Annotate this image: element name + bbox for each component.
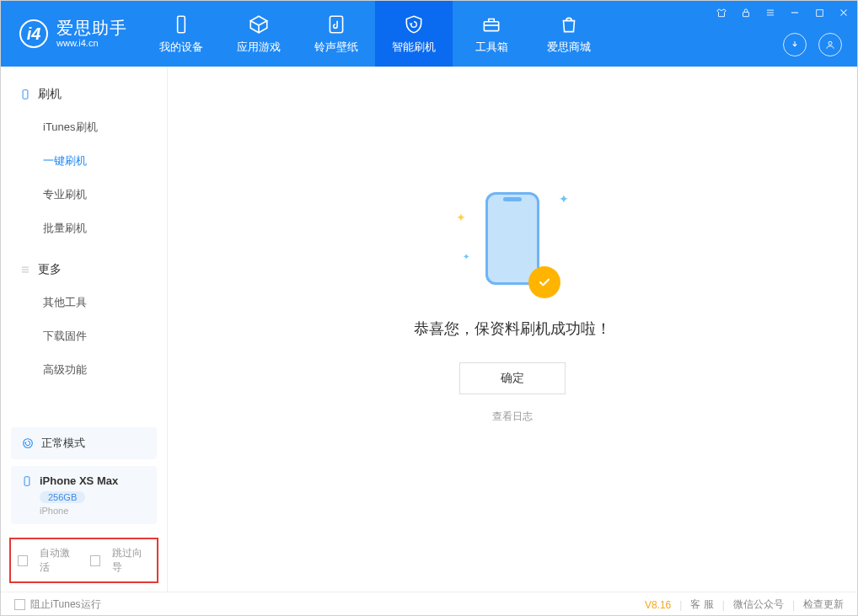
user-button[interactable]: [818, 33, 842, 56]
skip-guide-checkbox[interactable]: [90, 555, 100, 566]
menu-icon[interactable]: [764, 6, 777, 19]
auto-activate-checkbox[interactable]: [18, 555, 28, 566]
version-label: V8.16: [645, 599, 671, 611]
maximize-icon[interactable]: [812, 6, 826, 19]
sidebar-item-pro-flash[interactable]: 专业刷机: [1, 178, 167, 212]
logo[interactable]: i4 爱思助手 www.i4.cn: [1, 1, 142, 67]
skip-guide-label: 跳过向导: [112, 546, 150, 575]
device-name-label: iPhone XS Max: [40, 474, 118, 487]
sidebar-item-other-tools[interactable]: 其他工具: [1, 286, 167, 319]
window-controls: [715, 6, 850, 19]
svg-rect-8: [24, 476, 29, 485]
tab-ringtones-wallpapers[interactable]: 铃声壁纸: [298, 1, 375, 67]
success-message: 恭喜您，保资料刷机成功啦！: [414, 319, 611, 339]
download-button[interactable]: [783, 33, 807, 56]
mode-box[interactable]: 正常模式: [11, 427, 157, 459]
toolbox-icon: [480, 13, 502, 35]
sidebar-group-more: 更多: [1, 254, 167, 286]
device-box[interactable]: iPhone XS Max 256GB iPhone: [11, 466, 157, 524]
svg-rect-1: [330, 16, 342, 33]
block-itunes-checkbox[interactable]: [14, 599, 25, 610]
mode-label: 正常模式: [41, 436, 85, 451]
bag-icon: [558, 13, 580, 35]
sidebar-item-batch-flash[interactable]: 批量刷机: [1, 212, 167, 245]
svg-rect-0: [178, 16, 185, 33]
footer: 阻止iTunes运行 V8.16 | 客 服 | 微信公众号 | 检查更新: [1, 592, 857, 616]
svg-rect-2: [484, 21, 498, 30]
header-actions: [783, 33, 842, 56]
check-badge-icon: [528, 266, 560, 298]
music-file-icon: [325, 13, 347, 35]
sidebar-item-itunes-flash[interactable]: iTunes刷机: [1, 110, 167, 144]
sidebar-item-oneclick-flash[interactable]: 一键刷机: [1, 144, 167, 178]
main-content: ✦ ✦ ✦ 恭喜您，保资料刷机成功啦！ 确定 查看日志: [168, 67, 857, 592]
svg-rect-6: [23, 90, 28, 99]
sidebar: 刷机 iTunes刷机 一键刷机 专业刷机 批量刷机 更多 其他工具 下载固件 …: [1, 67, 168, 592]
shield-refresh-icon: [403, 13, 425, 35]
options-highlight: 自动激活 跳过向导: [9, 538, 158, 583]
device-capacity: 256GB: [40, 491, 85, 503]
success-illustration: ✦ ✦ ✦: [466, 184, 559, 302]
main-tabs: 我的设备 应用游戏 铃声壁纸 智能刷机 工具箱 爱思商城: [142, 1, 608, 67]
svg-point-7: [24, 439, 33, 448]
phone-icon: [19, 88, 31, 100]
device-icon: [170, 13, 192, 35]
view-log-link[interactable]: 查看日志: [492, 410, 533, 424]
app-subtitle: www.i4.cn: [56, 38, 127, 49]
lock-icon[interactable]: [739, 6, 753, 19]
auto-activate-label: 自动激活: [40, 546, 78, 575]
svg-point-5: [829, 41, 832, 45]
svg-rect-3: [743, 12, 749, 16]
tab-toolbox[interactable]: 工具箱: [453, 1, 530, 67]
tab-smart-flash[interactable]: 智能刷机: [375, 1, 453, 67]
tab-store[interactable]: 爱思商城: [530, 1, 608, 67]
tab-apps-games[interactable]: 应用游戏: [220, 1, 298, 67]
tab-my-device[interactable]: 我的设备: [142, 1, 220, 67]
minimize-icon[interactable]: [788, 6, 802, 19]
check-update-link[interactable]: 检查更新: [803, 597, 844, 612]
wechat-link[interactable]: 微信公众号: [733, 597, 784, 612]
support-link[interactable]: 客 服: [690, 597, 713, 612]
device-type: iPhone: [40, 506, 147, 516]
app-title: 爱思助手: [56, 18, 127, 38]
block-itunes-label: 阻止iTunes运行: [30, 597, 101, 612]
sidebar-group-flash: 刷机: [1, 78, 167, 110]
list-icon: [19, 264, 31, 276]
refresh-icon: [21, 437, 35, 450]
ok-button[interactable]: 确定: [459, 362, 566, 394]
sidebar-item-advanced[interactable]: 高级功能: [1, 353, 167, 387]
logo-icon: i4: [19, 19, 48, 48]
phone-small-icon: [21, 475, 33, 487]
header: i4 爱思助手 www.i4.cn 我的设备 应用游戏 铃声壁纸 智能刷机 工具…: [1, 1, 857, 67]
cube-icon: [248, 13, 270, 35]
sidebar-item-download-firmware[interactable]: 下载固件: [1, 319, 167, 353]
close-icon[interactable]: [837, 6, 850, 19]
shirt-icon[interactable]: [715, 6, 728, 19]
svg-rect-4: [816, 9, 823, 16]
